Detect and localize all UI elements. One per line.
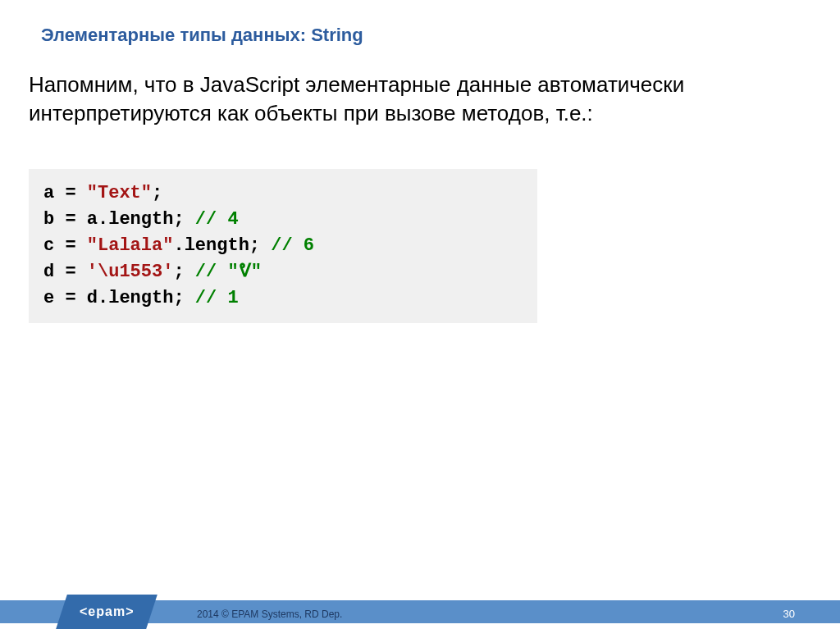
body-paragraph: Напомним, что в JavaScript элементарные …	[0, 46, 840, 128]
code-comment: // 6	[271, 235, 314, 256]
code-text: c =	[43, 235, 87, 256]
code-text: ;	[152, 183, 162, 203]
code-text: d =	[43, 262, 87, 282]
code-comment: // 4	[195, 209, 239, 230]
code-text: ;	[173, 262, 194, 282]
code-string: "Lalala"	[87, 235, 174, 256]
copyright-text: 2014 © EPAM Systems, RD Dep.	[197, 608, 342, 620]
page-number: 30	[783, 608, 795, 620]
logo: <epam>	[56, 595, 158, 629]
code-string: '\u1553'	[87, 262, 174, 282]
footer: <epam> 2014 © EPAM Systems, RD Dep. 30	[0, 599, 840, 629]
code-text: .length;	[173, 235, 271, 256]
code-text: a =	[43, 183, 87, 203]
code-block: a = "Text"; b = a.length; // 4 c = "Lala…	[29, 169, 537, 322]
code-comment: // 1	[195, 288, 239, 308]
slide-title: Элементарные типы данных: String	[0, 0, 840, 46]
code-text: b = a.length;	[43, 209, 195, 230]
slide: Элементарные типы данных: String Напомни…	[0, 0, 840, 629]
logo-text: <epam>	[80, 604, 134, 619]
code-string: "Text"	[87, 183, 152, 203]
code-text: e = d.length;	[43, 288, 195, 308]
code-comment: // "ᕓ"	[195, 262, 262, 282]
